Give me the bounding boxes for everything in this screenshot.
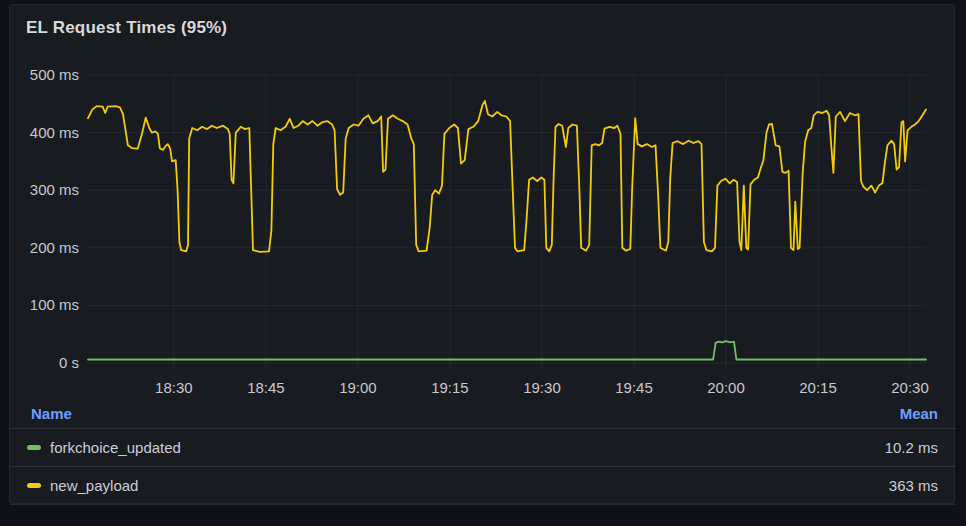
legend-row-forkchoice-updated[interactable]: forkchoice_updated 10.2 ms	[10, 428, 956, 466]
series-name[interactable]: new_payload	[50, 477, 889, 494]
legend-mean-header[interactable]: Mean	[900, 405, 938, 422]
chart-plot-area[interactable]	[88, 65, 926, 365]
series-mean-value: 363 ms	[889, 477, 938, 494]
series-name[interactable]: forkchoice_updated	[50, 439, 885, 456]
series-swatch-green	[27, 445, 41, 450]
series-mean-value: 10.2 ms	[885, 439, 938, 456]
legend-header: Name Mean	[10, 398, 956, 428]
panel-title[interactable]: EL Request Times (95%)	[26, 18, 227, 38]
grafana-panel-screenshot: { "panel": { "title": "EL Request Times …	[0, 0, 966, 526]
legend-row-new-payload[interactable]: new_payload 363 ms	[10, 466, 956, 505]
series-swatch-yellow	[27, 483, 41, 488]
legend-name-header[interactable]: Name	[31, 405, 72, 422]
legend-table: Name Mean forkchoice_updated 10.2 ms new…	[10, 398, 956, 505]
